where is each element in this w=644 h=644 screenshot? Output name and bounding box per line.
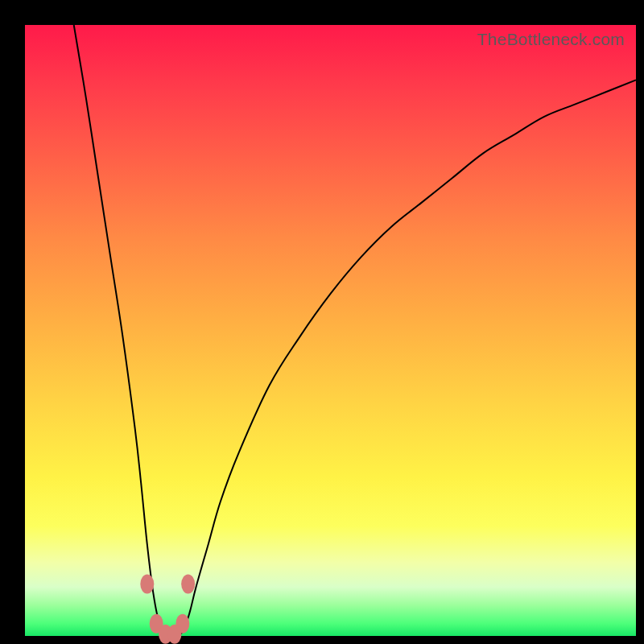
curve-marker <box>175 614 189 634</box>
curve-marker <box>140 574 154 593</box>
chart-frame: TheBottleneck.com <box>0 0 644 644</box>
curve-marker <box>181 574 195 593</box>
curve-markers <box>140 574 195 643</box>
curve-path <box>74 25 636 637</box>
plot-area: TheBottleneck.com <box>25 25 636 636</box>
bottleneck-curve <box>25 25 636 636</box>
